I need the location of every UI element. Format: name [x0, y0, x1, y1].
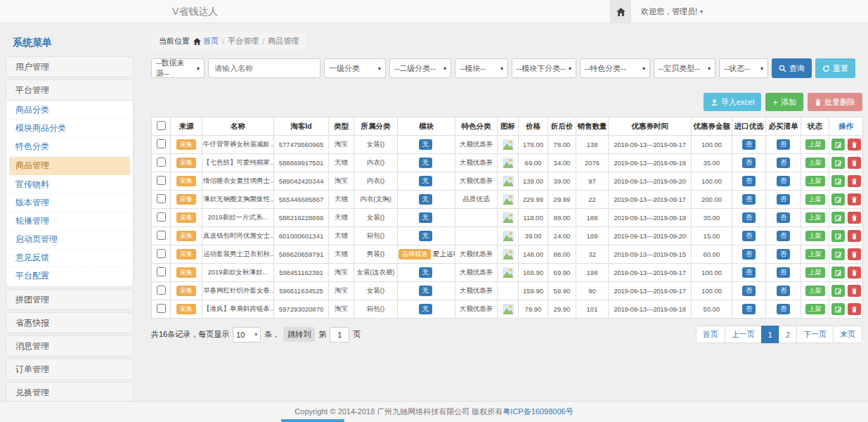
import-opt-badge[interactable]: 否: [742, 267, 756, 277]
edit-button[interactable]: [831, 248, 845, 260]
row-checkbox[interactable]: [157, 194, 166, 203]
row-checkbox[interactable]: [157, 249, 166, 258]
filter-status-select[interactable]: --状态--▾: [719, 58, 768, 78]
edit-button[interactable]: [831, 212, 845, 224]
edit-button[interactable]: [831, 303, 845, 315]
row-checkbox[interactable]: [157, 286, 166, 295]
delete-button[interactable]: [848, 157, 861, 169]
status-badge[interactable]: 上架: [805, 139, 825, 149]
status-badge[interactable]: 上架: [805, 304, 825, 314]
row-checkbox[interactable]: [157, 231, 166, 240]
sidebar-group-order-mgmt[interactable]: 订单管理: [6, 359, 134, 380]
sidebar-group-message-mgmt[interactable]: 消息管理: [6, 335, 134, 357]
edit-button[interactable]: [831, 139, 845, 151]
sidebar-item-feedback[interactable]: 意见反馈: [6, 249, 133, 267]
user-menu[interactable]: 欢迎您，管理员! ▾: [641, 6, 703, 17]
status-badge[interactable]: 上架: [805, 231, 825, 241]
row-checkbox[interactable]: [157, 212, 166, 222]
row-checkbox[interactable]: [157, 158, 166, 167]
icp-link[interactable]: 粤ICP备16098006号: [503, 407, 573, 417]
filter-feature-select[interactable]: --特色分类--▾: [580, 58, 650, 78]
must-buy-badge[interactable]: 否: [777, 231, 790, 241]
row-checkbox[interactable]: [157, 139, 166, 148]
import-opt-badge[interactable]: 否: [742, 231, 756, 241]
sidebar-item-promo-material[interactable]: 宣传物料: [6, 176, 133, 194]
page-number-input[interactable]: [330, 327, 349, 343]
import-opt-badge[interactable]: 否: [742, 139, 756, 149]
must-buy-badge[interactable]: 否: [777, 139, 790, 149]
filter-cat1-select[interactable]: 一级分类▾: [324, 58, 386, 78]
search-button[interactable]: 查询: [772, 58, 812, 78]
next-page-button[interactable]: 下一页: [796, 326, 834, 343]
import-opt-badge[interactable]: 否: [742, 286, 756, 295]
import-opt-badge[interactable]: 否: [742, 158, 756, 167]
reset-button[interactable]: 重置: [815, 58, 855, 78]
status-badge[interactable]: 上架: [805, 267, 825, 277]
sidebar-group-platform-mgmt[interactable]: 平台管理: [6, 79, 134, 101]
import-opt-badge[interactable]: 否: [742, 176, 756, 186]
sidebar-group-user-mgmt[interactable]: 用户管理: [6, 56, 134, 77]
import-excel-button[interactable]: 导入excel: [704, 93, 762, 111]
page-button-1[interactable]: 1: [761, 326, 779, 343]
sidebar-group-groupbuy-mgmt[interactable]: 拼团管理: [6, 289, 134, 310]
breadcrumb-home-link[interactable]: 首页: [193, 36, 219, 46]
sidebar-group-savings-news[interactable]: 省惠快报: [6, 312, 134, 333]
must-buy-badge[interactable]: 否: [777, 249, 790, 259]
page-button-2[interactable]: 2: [779, 326, 797, 343]
delete-button[interactable]: [848, 175, 861, 187]
status-badge[interactable]: 上架: [805, 176, 825, 186]
sidebar-item-version-mgmt[interactable]: 版本管理: [6, 194, 133, 212]
jump-to-button[interactable]: 跳转到: [283, 327, 315, 342]
delete-button[interactable]: [848, 230, 861, 242]
row-checkbox[interactable]: [157, 267, 166, 276]
filter-module-sub-select[interactable]: --模块下分类--▾: [512, 58, 576, 78]
edit-button[interactable]: [831, 157, 845, 169]
must-buy-badge[interactable]: 否: [777, 267, 790, 277]
must-buy-badge[interactable]: 否: [777, 176, 790, 186]
sidebar-item-splash-mgmt[interactable]: 启动页管理: [6, 231, 133, 249]
filter-source-select[interactable]: --数据来源--▾: [151, 58, 205, 78]
last-page-button[interactable]: 末页: [833, 326, 862, 343]
delete-button[interactable]: [848, 267, 861, 279]
delete-button[interactable]: [848, 285, 861, 297]
row-checkbox[interactable]: [157, 304, 166, 313]
per-page-select[interactable]: 10▾: [233, 327, 261, 343]
edit-button[interactable]: [831, 267, 845, 279]
status-badge[interactable]: 上架: [805, 212, 825, 222]
edit-button[interactable]: [831, 175, 845, 187]
import-opt-badge[interactable]: 否: [742, 249, 756, 259]
sidebar-item-module-product-category[interactable]: 模块商品分类: [6, 120, 133, 138]
status-badge[interactable]: 上架: [805, 194, 825, 204]
edit-button[interactable]: [831, 230, 845, 242]
status-badge[interactable]: 上架: [805, 249, 825, 259]
add-button[interactable]: + 添加: [765, 93, 803, 111]
edit-button[interactable]: [831, 193, 845, 205]
sidebar-item-platform-config[interactable]: 平台配置: [6, 267, 133, 286]
delete-button[interactable]: [848, 303, 861, 315]
must-buy-badge[interactable]: 否: [777, 194, 790, 204]
sidebar-item-feature-category[interactable]: 特色分类: [6, 138, 133, 156]
delete-button[interactable]: [848, 139, 861, 151]
import-opt-badge[interactable]: 否: [742, 194, 756, 204]
status-badge[interactable]: 上架: [805, 286, 825, 295]
status-badge[interactable]: 上架: [805, 158, 825, 167]
filter-cat2-select[interactable]: --二级分类--▾: [389, 58, 451, 78]
delete-button[interactable]: [848, 212, 861, 224]
select-all-checkbox[interactable]: [157, 121, 166, 130]
prev-page-button[interactable]: 上一页: [725, 326, 762, 343]
edit-button[interactable]: [831, 285, 845, 297]
name-search-input[interactable]: [208, 58, 320, 78]
import-opt-badge[interactable]: 否: [742, 304, 756, 314]
filter-module-select[interactable]: --模块--▾: [455, 58, 508, 78]
sidebar-item-product-category[interactable]: 商品分类: [6, 101, 133, 120]
batch-delete-button[interactable]: 批量删除: [808, 93, 862, 111]
must-buy-badge[interactable]: 否: [777, 158, 790, 167]
home-button[interactable]: [610, 0, 631, 23]
must-buy-badge[interactable]: 否: [777, 286, 790, 295]
delete-button[interactable]: [848, 193, 861, 205]
must-buy-badge[interactable]: 否: [777, 304, 790, 314]
filter-item-type-select[interactable]: --宝贝类型--▾: [654, 58, 715, 78]
must-buy-badge[interactable]: 否: [777, 212, 790, 222]
row-checkbox[interactable]: [157, 176, 166, 185]
import-opt-badge[interactable]: 否: [742, 212, 756, 222]
